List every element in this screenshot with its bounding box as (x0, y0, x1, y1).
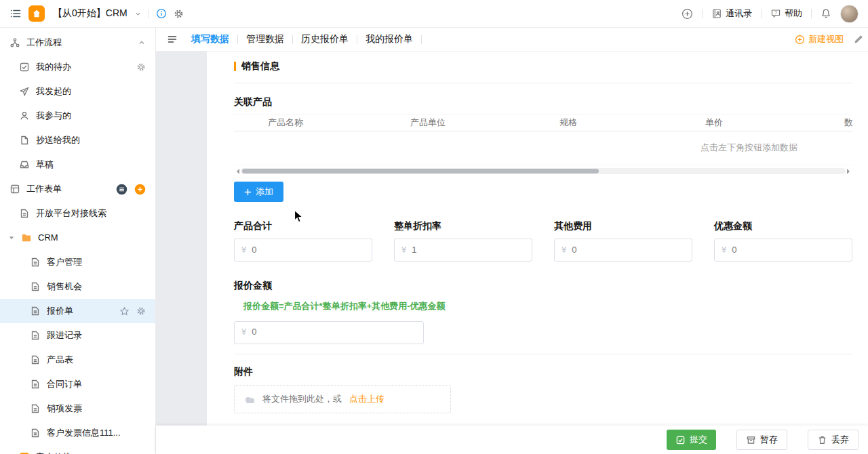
help-bubble-icon: ? (770, 8, 781, 19)
sidebar-section-workflow[interactable]: 工作流程 (0, 30, 155, 55)
view-tabs: 填写数据 管理数据 历史报价单 我的报价单 (191, 33, 422, 46)
divider (234, 83, 852, 83)
view-toolbar: 填写数据 管理数据 历史报价单 我的报价单 新建视图 (156, 28, 868, 51)
add-product-button[interactable]: 添加 (234, 182, 283, 202)
sidebar: 工作流程 我的待办 我发起的 我参与的 抄送给我的 (0, 28, 156, 454)
discount-amount-input[interactable]: ¥ 0 (714, 239, 852, 262)
worksheet-file-icon (30, 379, 41, 390)
section-title-sales-info: 销售信息 (234, 60, 852, 73)
currency-symbol: ¥ (401, 244, 406, 256)
help-label: 帮助 (785, 7, 802, 20)
discount-amount-field: 优惠金额 ¥ 0 (714, 220, 852, 262)
tab-my-quotations[interactable]: 我的报价单 (366, 33, 413, 46)
worksheet-file-icon (30, 403, 41, 414)
sidebar-item-contract-orders[interactable]: 合同订单 (0, 372, 155, 396)
field-label: 整单折扣率 (394, 220, 532, 233)
sidebar-item-initiated-by-me[interactable]: 我发起的 (0, 79, 155, 104)
save-draft-button[interactable]: 暂存 (736, 430, 787, 450)
info-icon[interactable] (156, 8, 167, 19)
quote-amount-input[interactable]: ¥ 0 (234, 321, 424, 344)
submit-check-icon (675, 435, 686, 445)
currency-symbol: ¥ (561, 244, 566, 256)
submit-button[interactable]: 提交 (667, 430, 716, 450)
trash-icon (817, 435, 827, 445)
topbar-divider (149, 9, 149, 18)
contacts-button[interactable]: 通讯录 (711, 7, 752, 20)
tab-history-quotations[interactable]: 历史报价单 (301, 33, 349, 46)
workflow-icon (9, 37, 20, 48)
contacts-label: 通讯录 (726, 7, 752, 20)
chevron-down-icon[interactable] (134, 10, 142, 18)
app-menu-icon[interactable] (9, 7, 22, 20)
sidebar-item-drafts[interactable]: 草稿 (0, 152, 155, 177)
field-label: 优惠金额 (714, 220, 852, 233)
new-view-button[interactable]: 新建视图 (795, 33, 844, 45)
todo-check-icon (19, 62, 30, 73)
sidebar-item-customer-invoice-info[interactable]: 客户发票信息111... (0, 421, 155, 445)
sidebar-item-my-todos[interactable]: 我的待办 (0, 55, 155, 79)
quote-amount-field: 报价金额 报价金额=产品合计*整单折扣率+其他费用-优惠金额 ¥ 0 (234, 279, 852, 344)
scroll-right-arrow[interactable] (847, 169, 852, 174)
plus-icon (244, 188, 252, 196)
tab-fill-data[interactable]: 填写数据 (191, 33, 229, 46)
scrollbar-thumb[interactable] (242, 169, 599, 173)
sidebar-item-cc-to-me[interactable]: 抄送给我的 (0, 128, 155, 152)
file-dropzone[interactable]: 将文件拖到此处，或 点击上传 (234, 385, 451, 413)
sidebar-item-customer-management[interactable]: 客户管理 (0, 250, 155, 274)
address-book-icon (711, 8, 722, 19)
quote-formula-text: 报价金额=产品合计*整单折扣率+其他费用-优惠金额 (234, 300, 852, 312)
sidebar-item-customer-trend[interactable]: 客户趋势 (0, 445, 155, 454)
discount-rate-input[interactable]: ¥ 1 (394, 239, 532, 262)
edit-view-icon[interactable] (853, 34, 864, 45)
sidebar-item-open-platform-leads[interactable]: 开放平台对接线索 (0, 201, 155, 226)
gear-icon[interactable] (136, 306, 146, 316)
collapse-all-icon[interactable] (116, 184, 127, 195)
sheet-list-toggle-icon[interactable] (167, 34, 178, 45)
related-products-label: 关联产品 (234, 96, 852, 109)
sidebar-item-quotations[interactable]: 报价单 (0, 299, 155, 323)
add-worksheet-icon[interactable] (134, 184, 146, 195)
folder-icon (21, 232, 32, 243)
app-window: 【从0开始】CRM 通讯录 ? 帮助 (0, 0, 868, 454)
sidebar-item-followup-records[interactable]: 跟进记录 (0, 323, 155, 348)
product-total-input[interactable]: ¥ 0 (234, 239, 372, 262)
column-header-quantity: 数 (844, 117, 852, 129)
horizontal-scrollbar[interactable] (234, 167, 852, 175)
user-avatar[interactable] (840, 5, 859, 23)
worksheet-file-icon (30, 306, 41, 316)
tab-divider (357, 35, 357, 44)
click-upload-link[interactable]: 点击上传 (349, 393, 384, 405)
chevron-up-icon[interactable] (138, 39, 146, 47)
sidebar-item-product-table[interactable]: 产品表 (0, 348, 155, 372)
sidebar-section-worksheets[interactable]: 工作表单 (0, 177, 155, 201)
gear-icon[interactable] (136, 62, 146, 72)
star-icon[interactable] (119, 306, 130, 316)
discard-button[interactable]: 丢弃 (808, 430, 859, 450)
notifications-bell-icon[interactable] (821, 8, 831, 19)
other-fees-input[interactable]: ¥ 0 (554, 239, 692, 262)
sidebar-folder-crm[interactable]: CRM (0, 226, 155, 250)
settings-gear-icon[interactable] (174, 9, 184, 19)
sidebar-item-participated[interactable]: 我参与的 (0, 104, 155, 128)
tab-manage-data[interactable]: 管理数据 (246, 33, 284, 46)
section-label: 工作表单 (26, 183, 62, 195)
sidebar-item-sales-invoices[interactable]: 销项发票 (0, 396, 155, 421)
worksheet-file-icon (19, 208, 30, 219)
add-circle-icon[interactable] (682, 8, 693, 20)
caret-down-icon[interactable] (8, 234, 15, 241)
scroll-left-arrow[interactable] (234, 169, 239, 174)
tab-divider (237, 35, 238, 44)
worksheet-file-icon (30, 428, 41, 438)
topbar: 【从0开始】CRM 通讯录 ? 帮助 (0, 0, 868, 28)
sidebar-item-sales-opportunities[interactable]: 销售机会 (0, 274, 155, 299)
plus-circle-icon (795, 35, 805, 45)
quote-amount-label: 报价金额 (234, 279, 852, 293)
app-home-icon[interactable] (28, 5, 45, 22)
scrollbar-track[interactable] (241, 168, 846, 174)
drafts-tray-icon (19, 159, 30, 170)
dropzone-text: 将文件拖到此处，或 (262, 393, 342, 405)
table-header-row: 产品名称 产品单位 规格 单价 数 (234, 114, 852, 131)
help-button[interactable]: ? 帮助 (770, 7, 802, 20)
form-action-bar: 提交 暂存 丢弃 (156, 426, 868, 454)
currency-symbol: ¥ (241, 244, 246, 256)
